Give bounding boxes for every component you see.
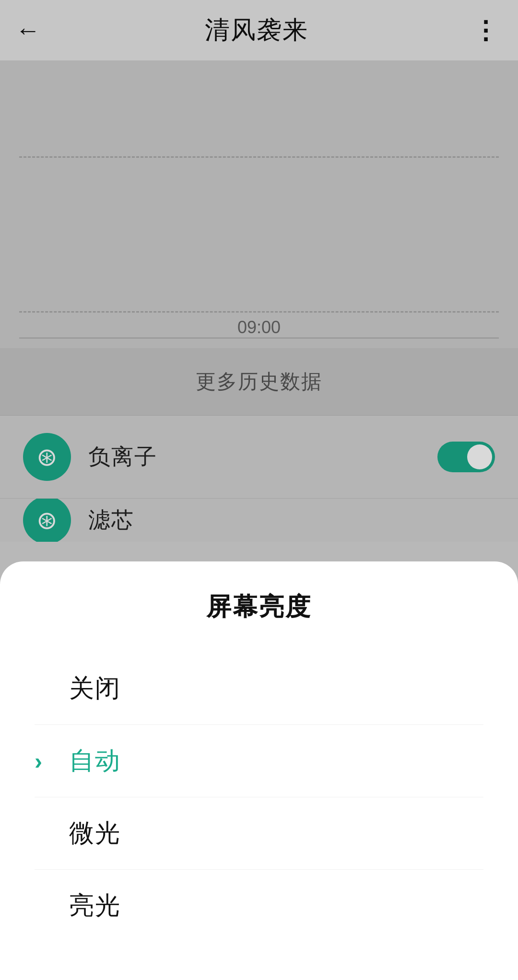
sheet-title: 屏幕亮度 [35, 590, 483, 624]
sheet-item-dim[interactable]: › 微光 [35, 797, 483, 870]
chevron-auto: › [35, 748, 54, 774]
sheet-item-auto-label: 自动 [69, 744, 121, 778]
sheet-item-bright[interactable]: › 亮光 [35, 870, 483, 942]
sheet-item-off-label: 关闭 [69, 672, 121, 705]
sheet-item-off[interactable]: › 关闭 [35, 653, 483, 725]
sheet-item-dim-label: 微光 [69, 817, 121, 850]
sheet-item-bright-label: 亮光 [69, 889, 121, 922]
sheet-item-auto[interactable]: › 自动 [35, 725, 483, 797]
bottom-sheet: 屏幕亮度 › 关闭 › 自动 › 微光 › 亮光 [0, 561, 518, 980]
